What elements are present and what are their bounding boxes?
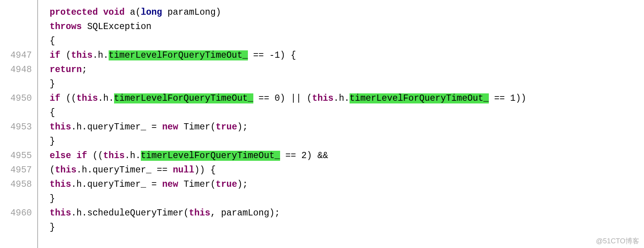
- code-token-kw: this: [50, 122, 71, 132]
- code-token-id: queryTimer_: [87, 179, 146, 189]
- code-token-kw: protected: [50, 7, 98, 17]
- code-token-id: h: [103, 93, 109, 103]
- code-line[interactable]: this.h.scheduleQueryTimer(this, paramLon…: [50, 206, 644, 220]
- code-token-pl: )) {: [194, 165, 216, 175]
- code-token-kw: new: [162, 122, 178, 132]
- watermark-text: @51CTO博客: [596, 236, 639, 246]
- line-number: 4960: [0, 206, 37, 220]
- code-token-hl: timerLevelForQueryTimeOut_: [109, 50, 248, 60]
- line-number: [0, 5, 37, 20]
- code-line[interactable]: if ((this.h.timerLevelForQueryTimeOut_ =…: [50, 91, 644, 106]
- code-token-pl: [71, 151, 76, 161]
- code-token-pl: (: [135, 7, 141, 17]
- code-token-pl: .: [92, 50, 98, 60]
- code-token-kw: true: [216, 122, 237, 132]
- code-token-pl: [178, 179, 184, 189]
- code-line[interactable]: this.h.queryTimer_ = new Timer(true);: [50, 120, 644, 134]
- code-token-id: h: [98, 50, 103, 60]
- code-token-pl: .: [98, 93, 103, 103]
- code-token-pl: == -1) {: [248, 50, 296, 60]
- code-token-id: SQLException: [87, 22, 152, 32]
- code-token-kw: new: [162, 179, 178, 189]
- code-token-bt: long: [141, 7, 162, 17]
- code-token-pl: .: [82, 208, 87, 218]
- line-number: [0, 106, 37, 120]
- code-token-pl: .: [82, 122, 87, 132]
- code-token-id: Timer: [184, 179, 210, 189]
- code-token-hl: timerLevelForQueryTimeOut_: [350, 93, 489, 103]
- code-line[interactable]: {: [50, 34, 644, 48]
- line-number: [0, 77, 37, 91]
- code-token-pl: =: [146, 122, 162, 132]
- code-token-pl: [178, 122, 184, 132]
- code-token-pl: }: [50, 79, 55, 89]
- code-line[interactable]: if (this.h.timerLevelForQueryTimeOut_ ==…: [50, 48, 644, 63]
- code-token-pl: =: [146, 179, 162, 189]
- line-number: [0, 220, 37, 235]
- code-line[interactable]: }: [50, 134, 644, 149]
- code-line[interactable]: (this.h.queryTimer_ == null)) {: [50, 163, 644, 177]
- code-token-pl: );: [237, 179, 248, 189]
- code-token-kw: if: [76, 151, 87, 161]
- code-line[interactable]: }: [50, 77, 644, 91]
- code-token-id: queryTimer_: [92, 165, 151, 175]
- code-token-pl: .: [82, 179, 87, 189]
- code-token-kw: if: [50, 50, 61, 60]
- code-token-kw: return: [50, 65, 82, 75]
- code-line[interactable]: }: [50, 220, 644, 235]
- code-token-pl: .: [76, 165, 82, 175]
- code-token-pl: (: [210, 122, 216, 132]
- code-token-kw: true: [216, 179, 237, 189]
- code-token-kw: if: [50, 93, 61, 103]
- code-area[interactable]: protected void a(long paramLong) throws …: [38, 0, 644, 248]
- code-token-hl: timerLevelForQueryTimeOut_: [141, 151, 280, 161]
- code-token-pl: {: [50, 108, 55, 118]
- code-token-pl: }: [50, 222, 55, 232]
- code-token-pl: ((: [61, 93, 76, 103]
- line-number: 4947: [0, 48, 37, 63]
- code-token-kw: this: [55, 165, 76, 175]
- code-line[interactable]: return;: [50, 63, 644, 77]
- code-line[interactable]: protected void a(long paramLong): [50, 5, 644, 20]
- code-token-pl: .: [71, 122, 76, 132]
- code-line[interactable]: else if ((this.h.timerLevelForQueryTimeO…: [50, 149, 644, 163]
- code-line[interactable]: this.h.queryTimer_ = new Timer(true);: [50, 177, 644, 192]
- code-token-pl: .: [135, 151, 141, 161]
- code-token-pl: .: [125, 151, 130, 161]
- code-token-pl: (: [184, 208, 189, 218]
- code-token-pl: .: [87, 165, 93, 175]
- code-line[interactable]: }: [50, 192, 644, 206]
- code-token-kw: this: [50, 208, 71, 218]
- code-token-hl: timerLevelForQueryTimeOut_: [114, 93, 253, 103]
- code-token-id: h: [76, 208, 82, 218]
- code-token-pl: );: [269, 208, 280, 218]
- line-number: [0, 34, 37, 48]
- code-token-pl: == 0) || (: [253, 93, 312, 103]
- code-token-kw: void: [103, 7, 125, 17]
- code-token-pl: .: [109, 93, 114, 103]
- code-token-kw: this: [71, 50, 92, 60]
- code-line[interactable]: {: [50, 106, 644, 120]
- code-line[interactable]: throws SQLException: [50, 20, 644, 34]
- code-token-fn: a: [130, 7, 135, 17]
- code-token-pl: .: [71, 179, 76, 189]
- code-token-pl: ==: [151, 165, 173, 175]
- code-token-kw: this: [189, 208, 210, 218]
- code-token-kw: this: [50, 179, 71, 189]
- code-token-pl: }: [50, 194, 55, 204]
- line-number: 4955: [0, 149, 37, 163]
- line-number: [0, 134, 37, 149]
- code-token-pl: }: [50, 136, 55, 146]
- code-token-pl: (: [50, 165, 55, 175]
- code-token-pl: ;: [82, 65, 87, 75]
- code-token-pl: ((: [87, 151, 103, 161]
- code-token-pl: [82, 22, 87, 32]
- code-token-pl: (: [61, 50, 71, 60]
- line-number: 4953: [0, 120, 37, 134]
- line-number: 4957: [0, 163, 37, 177]
- code-token-pl: ): [216, 7, 221, 17]
- line-number: 4948: [0, 63, 37, 77]
- code-editor[interactable]: 49474948495049534955495749584960 protect…: [0, 0, 644, 248]
- code-token-id: h: [76, 179, 82, 189]
- code-token-id: h: [82, 165, 87, 175]
